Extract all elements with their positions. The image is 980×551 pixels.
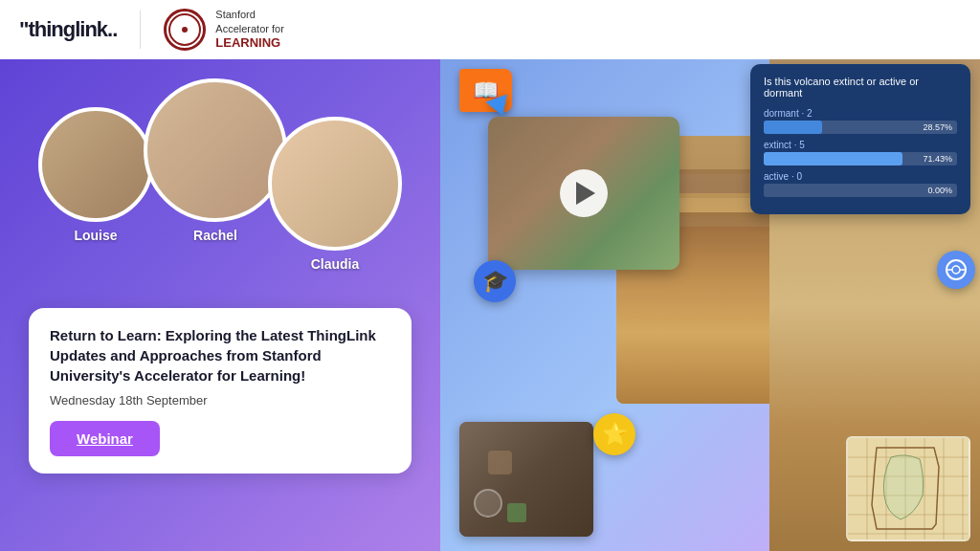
svg-point-13 [952,266,960,274]
speaker-claudia: Claudia [268,117,402,272]
poll-card: Is this volcano extinct or active or dor… [750,64,970,214]
poll-bar-fill-1 [764,152,902,165]
header: "thinglink.. Stanford Accelerator for LE… [0,0,980,59]
avatar-louise-image [38,107,153,222]
poll-row-1: extinct · 5 71.43% [764,140,957,165]
speaker-louise: Louise [38,107,153,243]
avatar-claudia-image [268,117,402,251]
header-divider [140,11,141,49]
map-svg [848,438,970,541]
map-thumbnail [846,436,970,541]
speaker-rachel: Rachel [144,78,287,243]
speaker-rachel-label: Rachel [144,228,287,243]
star-icon-badge: ⭐ [593,413,635,455]
poll-pct-1: 71.43% [923,154,952,164]
avatar-rachel-image [144,78,287,222]
stanford-logo: Stanford Accelerator for LEARNING [164,8,284,51]
event-date: Wednesday 18th September [50,393,390,408]
poll-bar-0: 28.57% [764,121,957,134]
event-title: Return to Learn: Exploring the Latest Th… [50,325,390,386]
vr-icon-svg [945,258,968,281]
poll-row-0: dormant · 2 28.57% [764,108,957,134]
poll-question: Is this volcano extinct or active or dor… [764,76,957,99]
poll-label-0: dormant · 2 [764,108,957,119]
stanford-circle-icon [164,9,206,51]
speakers-container: Louise Rachel Claudia [29,78,412,298]
poll-label-1: extinct · 5 [764,140,957,150]
poll-bar-2: 0.00% [764,184,957,197]
play-button[interactable] [560,169,608,217]
play-triangle-icon [576,182,595,205]
vr-icon-badge [937,251,975,289]
left-panel: Louise Rachel Claudia Return to Learn: E… [0,59,440,551]
poll-bar-1: 71.43% [764,152,957,165]
graduation-icon-badge: 🎓 [474,260,516,302]
speaker-claudia-label: Claudia [268,256,402,272]
stanford-text: Stanford Accelerator for LEARNING [215,8,284,51]
poll-pct-0: 28.57% [923,122,952,132]
rocks-thumbnail [459,422,593,537]
webinar-button[interactable]: Webinar [50,421,160,456]
video-card[interactable] [488,117,679,270]
event-info-card: Return to Learn: Exploring the Latest Th… [29,308,412,474]
poll-bar-fill-0 [764,121,822,134]
stanford-circle-inner [168,13,201,46]
poll-pct-2: 0.00% [927,186,952,195]
right-panel: 📖 Is this volcano extinct or active or d… [440,59,980,551]
thinglink-logo: "thinglink.. [19,17,117,42]
poll-label-2: active · 0 [764,171,957,182]
poll-row-2: active · 0 0.00% [764,171,957,197]
speaker-louise-label: Louise [38,228,153,243]
